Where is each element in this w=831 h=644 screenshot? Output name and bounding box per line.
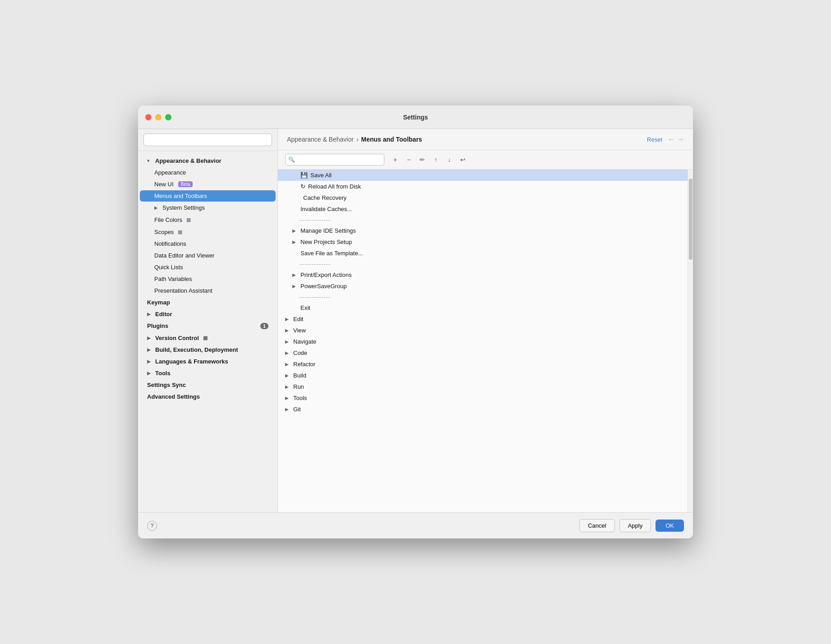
move-down-icon: ↓ bbox=[448, 156, 451, 163]
tree-item-build[interactable]: ▶ Build bbox=[278, 370, 688, 381]
tree-item-edit[interactable]: ▶ Edit bbox=[278, 313, 688, 325]
sidebar: 🔍 ▾ Appearance & Behavior Appearance New… bbox=[138, 129, 278, 512]
sidebar-item-new-ui[interactable]: New UI Beta bbox=[140, 179, 276, 190]
sidebar-list: ▾ Appearance & Behavior Appearance New U… bbox=[138, 151, 277, 512]
sidebar-item-system-settings[interactable]: ▶ System Settings bbox=[140, 202, 276, 213]
tree-item-cache-recovery[interactable]: Cache Recovery bbox=[278, 192, 688, 203]
traffic-lights bbox=[145, 114, 171, 120]
sidebar-item-settings-sync[interactable]: Settings Sync bbox=[140, 379, 276, 391]
sidebar-item-appearance-behavior[interactable]: ▾ Appearance & Behavior bbox=[140, 155, 276, 166]
chevron-right-icon: ▶ bbox=[285, 407, 291, 412]
tree-item-invalidate-caches[interactable]: Invalidate Caches... bbox=[278, 203, 688, 215]
chevron-right-icon: ▶ bbox=[285, 328, 291, 333]
separator-1: ------------- bbox=[278, 215, 688, 225]
tree-item-view[interactable]: ▶ View bbox=[278, 325, 688, 336]
tree-item-exit[interactable]: Exit bbox=[278, 302, 688, 313]
window-title: Settings bbox=[403, 114, 428, 121]
chevron-right-icon: ▶ bbox=[285, 362, 291, 367]
sidebar-item-notifications[interactable]: Notifications bbox=[140, 238, 276, 249]
breadcrumb-current: Menus and Toolbars bbox=[361, 136, 422, 143]
chevron-right-icon: ▶ bbox=[285, 350, 291, 355]
sidebar-item-path-variables[interactable]: Path Variables bbox=[140, 273, 276, 285]
chevron-right-icon: ▶ bbox=[292, 239, 298, 244]
sidebar-item-menus-toolbars[interactable]: Menus and Toolbars bbox=[140, 190, 276, 202]
tree-item-git[interactable]: ▶ Git bbox=[278, 404, 688, 415]
separator-3: ------------- bbox=[278, 292, 688, 302]
title-bar: Settings bbox=[138, 106, 693, 129]
sidebar-item-tools[interactable]: ▶ Tools bbox=[140, 368, 276, 379]
chevron-down-icon: ▾ bbox=[147, 158, 152, 163]
sidebar-item-scopes[interactable]: Scopes ▦ bbox=[140, 226, 276, 238]
tree-item-refactor[interactable]: ▶ Refactor bbox=[278, 359, 688, 370]
back-button[interactable]: ← bbox=[668, 135, 675, 143]
tree-item-powersave[interactable]: ▶ PowerSaveGroup bbox=[278, 281, 688, 292]
toolbar-search-input[interactable] bbox=[285, 154, 384, 166]
sidebar-item-presentation[interactable]: Presentation Assistant bbox=[140, 285, 276, 296]
forward-button[interactable]: → bbox=[677, 135, 684, 143]
plugins-badge: 1 bbox=[260, 323, 268, 329]
tree-item-manage-ide[interactable]: ▶ Manage IDE Settings bbox=[278, 225, 688, 236]
tree-item-reload-all[interactable]: ↻ Reload All from Disk bbox=[278, 181, 688, 192]
sidebar-item-build-execution[interactable]: ▶ Build, Execution, Deployment bbox=[140, 344, 276, 355]
chevron-right-icon-3: ▶ bbox=[147, 336, 152, 340]
chevron-right-icon: ▶ bbox=[285, 339, 291, 344]
separator-2: ------------- bbox=[278, 259, 688, 269]
main-content: 🔍 ▾ Appearance & Behavior Appearance New… bbox=[138, 129, 693, 512]
breadcrumb-arrow: › bbox=[356, 136, 359, 143]
ok-button[interactable]: OK bbox=[656, 520, 684, 532]
chevron-right-icon: ▶ bbox=[292, 284, 298, 289]
sidebar-item-version-control[interactable]: ▶ Version Control ▦ bbox=[140, 332, 276, 344]
sidebar-item-languages[interactable]: ▶ Languages & Frameworks bbox=[140, 356, 276, 367]
sidebar-item-plugins[interactable]: Plugins 1 bbox=[140, 320, 276, 331]
header-right: Reset ← → bbox=[647, 135, 684, 143]
sidebar-search-wrapper: 🔍 bbox=[143, 133, 272, 146]
tree-item-navigate[interactable]: ▶ Navigate bbox=[278, 336, 688, 347]
cancel-button[interactable]: Cancel bbox=[579, 519, 614, 532]
sidebar-item-keymap[interactable]: Keymap bbox=[140, 297, 276, 308]
grid-icon-3: ▦ bbox=[202, 334, 209, 341]
move-up-button[interactable]: ↑ bbox=[429, 154, 442, 166]
sidebar-item-data-editor[interactable]: Data Editor and Viewer bbox=[140, 250, 276, 261]
tree-item-save-template[interactable]: Save File as Template... bbox=[278, 248, 688, 259]
sidebar-item-file-colors[interactable]: File Colors ▦ bbox=[140, 214, 276, 225]
nav-arrows: ← → bbox=[668, 135, 684, 143]
maximize-button[interactable] bbox=[165, 114, 171, 120]
sidebar-search-input[interactable] bbox=[143, 133, 272, 146]
add-button[interactable]: + bbox=[389, 154, 402, 166]
reset-toolbar-button[interactable]: ↩ bbox=[457, 154, 469, 166]
scrollbar-track bbox=[688, 170, 693, 512]
remove-button[interactable]: − bbox=[402, 154, 415, 166]
sidebar-item-appearance[interactable]: Appearance bbox=[140, 167, 276, 178]
chevron-right-icon: ▶ bbox=[285, 373, 291, 378]
beta-badge: Beta bbox=[178, 181, 193, 187]
reset-button[interactable]: Reset bbox=[647, 136, 662, 143]
sidebar-item-advanced-settings[interactable]: Advanced Settings bbox=[140, 391, 276, 402]
tree-item-code[interactable]: ▶ Code bbox=[278, 347, 688, 359]
tree-area: 💾 Save All ↻ Reload All from Disk Cache … bbox=[278, 170, 693, 512]
reload-icon: ↻ bbox=[300, 183, 305, 190]
chevron-right-icon-4: ▶ bbox=[147, 347, 152, 352]
sidebar-item-editor[interactable]: ▶ Editor bbox=[140, 308, 276, 320]
breadcrumb: Appearance & Behavior › Menus and Toolba… bbox=[287, 136, 422, 143]
tree-item-new-projects[interactable]: ▶ New Projects Setup bbox=[278, 236, 688, 248]
apply-button[interactable]: Apply bbox=[619, 519, 651, 532]
tree-item-print-export[interactable]: ▶ Print/Export Actions bbox=[278, 269, 688, 281]
scrollbar-thumb[interactable] bbox=[689, 179, 692, 260]
save-icon: 💾 bbox=[300, 172, 308, 179]
tree-item-run[interactable]: ▶ Run bbox=[278, 381, 688, 392]
chevron-right-icon-5: ▶ bbox=[147, 359, 152, 364]
help-button[interactable]: ? bbox=[147, 521, 157, 531]
chevron-right-icon: ▶ bbox=[285, 396, 291, 400]
edit-button[interactable]: ✏ bbox=[416, 154, 429, 166]
chevron-right-icon: ▶ bbox=[292, 228, 298, 233]
close-button[interactable] bbox=[145, 114, 152, 120]
tree-item-save-all[interactable]: 💾 Save All bbox=[278, 170, 688, 181]
bottom-bar: ? Cancel Apply OK bbox=[138, 512, 693, 538]
chevron-right-icon: ▶ bbox=[285, 317, 291, 322]
tree-item-tools-menu[interactable]: ▶ Tools bbox=[278, 392, 688, 404]
sidebar-item-quick-lists[interactable]: Quick Lists bbox=[140, 262, 276, 273]
reset-icon: ↩ bbox=[460, 156, 466, 163]
move-down-button[interactable]: ↓ bbox=[443, 154, 456, 166]
sidebar-search-container: 🔍 bbox=[138, 129, 277, 151]
minimize-button[interactable] bbox=[155, 114, 162, 120]
